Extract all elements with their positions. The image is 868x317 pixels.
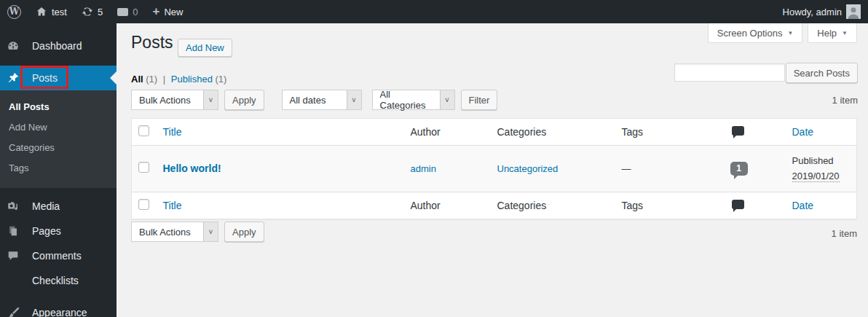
sidebar-item-posts[interactable]: Posts bbox=[0, 66, 117, 90]
bottom-tablenav: Bulk Actions ˅ Apply bbox=[131, 222, 264, 242]
post-views-filter: All (1) | Published (1) bbox=[131, 74, 226, 85]
apply-button[interactable]: Apply bbox=[224, 90, 264, 110]
add-new-button[interactable]: Add New bbox=[178, 39, 232, 57]
sidebar-item-dashboard[interactable]: Dashboard bbox=[0, 34, 117, 58]
search-posts-button[interactable]: Search Posts bbox=[786, 63, 858, 83]
table-header-row: Title Author Categories Tags Date bbox=[132, 119, 857, 146]
screen-options-tab[interactable]: Screen Options ▼ bbox=[708, 23, 803, 43]
bulk-actions-select[interactable]: Bulk Actions ˅ bbox=[131, 90, 218, 110]
submenu-item-label: Categories bbox=[9, 142, 55, 153]
appearance-brush-icon bbox=[6, 306, 20, 317]
admin-sidebar: Dashboard Posts All Posts Add New Catego… bbox=[0, 23, 117, 317]
page-title: Posts bbox=[131, 32, 173, 53]
view-all-link[interactable]: All bbox=[131, 74, 143, 85]
select-all-checkbox[interactable] bbox=[138, 125, 149, 136]
main-content: Screen Options ▼ Help ▼ Posts Add New Al… bbox=[117, 23, 868, 317]
sidebar-item-pages[interactable]: Pages bbox=[0, 219, 117, 243]
dashboard-gauge-icon bbox=[6, 39, 20, 52]
post-category-link[interactable]: Uncategorized bbox=[497, 163, 559, 174]
all-dates-value: All dates bbox=[283, 90, 347, 109]
submenu-item-label: Tags bbox=[9, 163, 28, 173]
posts-table-wrap: Title Author Categories Tags Date Hello … bbox=[131, 118, 857, 219]
howdy-label: Howdy, admin bbox=[783, 7, 842, 17]
posts-submenu: All Posts Add New Categories Tags bbox=[0, 90, 117, 188]
site-name-label: test bbox=[52, 7, 67, 17]
sort-title-footer[interactable]: Title bbox=[163, 200, 182, 211]
sidebar-item-label: Pages bbox=[32, 225, 61, 237]
search-input[interactable] bbox=[674, 63, 785, 82]
sidebar-item-label: Media bbox=[32, 200, 60, 212]
all-dates-select[interactable]: All dates ˅ bbox=[282, 90, 362, 110]
new-content-menu[interactable]: + New bbox=[145, 0, 190, 23]
views-separator: | bbox=[163, 74, 165, 85]
item-count-bottom: 1 item bbox=[832, 228, 857, 239]
site-name-menu[interactable]: test bbox=[28, 0, 74, 23]
updates-icon bbox=[82, 6, 93, 17]
my-account-menu[interactable]: Howdy, admin bbox=[776, 0, 868, 23]
avatar bbox=[846, 4, 861, 19]
pushpin-icon bbox=[6, 71, 20, 85]
comments-admin-menu[interactable]: 0 bbox=[110, 0, 145, 23]
sort-date-footer[interactable]: Date bbox=[792, 200, 814, 211]
view-all-count: (1) bbox=[146, 74, 157, 85]
plus-icon: + bbox=[152, 5, 159, 17]
select-chevron-icon: ˅ bbox=[203, 90, 218, 109]
select-chevron-icon: ˅ bbox=[440, 90, 454, 109]
bulk-actions-value: Bulk Actions bbox=[132, 90, 203, 109]
submenu-item-label: Add New bbox=[9, 122, 47, 133]
sidebar-item-label: Comments bbox=[32, 250, 82, 262]
sidebar-item-comments[interactable]: Comments bbox=[0, 243, 117, 268]
admin-bar-right: Howdy, admin bbox=[776, 0, 868, 23]
all-categories-select[interactable]: All Categories ˅ bbox=[372, 90, 455, 110]
screen-options-label: Screen Options bbox=[717, 28, 783, 39]
sidebar-item-label: Checklists bbox=[32, 275, 79, 286]
table-row: Hello world! admin Uncategorized — 1 Pub… bbox=[132, 146, 857, 192]
select-chevron-icon: ˅ bbox=[203, 222, 218, 241]
updates-menu[interactable]: 5 bbox=[74, 0, 110, 23]
post-title-link[interactable]: Hello world! bbox=[163, 163, 221, 174]
wordpress-logo-icon: W bbox=[7, 5, 21, 19]
post-status: Published bbox=[792, 153, 850, 168]
bulk-actions-select-bottom[interactable]: Bulk Actions ˅ bbox=[131, 222, 218, 242]
post-tags-value: — bbox=[622, 163, 631, 174]
media-camera-icon bbox=[6, 200, 20, 213]
chevron-down-icon: ▼ bbox=[842, 30, 848, 36]
meta-tabs: Screen Options ▼ Help ▼ bbox=[708, 23, 857, 43]
wordpress-logo-letter: W bbox=[9, 7, 19, 16]
table-footer-row: Title Author Categories Tags Date bbox=[132, 192, 857, 219]
post-author-link[interactable]: admin bbox=[411, 163, 436, 174]
apply-button-bottom[interactable]: Apply bbox=[224, 222, 264, 242]
comment-count: 0 bbox=[133, 7, 138, 17]
help-tab[interactable]: Help ▼ bbox=[808, 23, 857, 43]
sidebar-item-checklists[interactable]: Checklists bbox=[0, 268, 117, 293]
filter-button[interactable]: Filter bbox=[461, 90, 498, 110]
pages-icon bbox=[6, 224, 20, 238]
help-label: Help bbox=[817, 28, 837, 39]
sidebar-item-appearance[interactable]: Appearance bbox=[0, 300, 117, 317]
select-all-checkbox-bottom[interactable] bbox=[138, 199, 149, 210]
sidebar-item-label: Posts bbox=[32, 72, 58, 84]
sidebar-item-label: Appearance bbox=[32, 307, 87, 317]
submenu-item-all-posts[interactable]: All Posts bbox=[0, 96, 117, 117]
select-chevron-icon: ˅ bbox=[347, 90, 361, 109]
home-icon bbox=[36, 6, 47, 17]
categories-header: Categories bbox=[490, 119, 615, 146]
comments-column-icon bbox=[732, 126, 744, 136]
post-date: 2019/01/20 bbox=[792, 171, 840, 182]
posts-table: Title Author Categories Tags Date Hello … bbox=[131, 118, 857, 219]
row-checkbox[interactable] bbox=[138, 162, 149, 173]
sidebar-item-label: Dashboard bbox=[32, 40, 82, 52]
author-footer: Author bbox=[403, 192, 490, 219]
update-count: 5 bbox=[98, 7, 103, 17]
bulk-actions-value: Bulk Actions bbox=[132, 222, 203, 241]
sidebar-item-media[interactable]: Media bbox=[0, 194, 117, 219]
submenu-item-add-new[interactable]: Add New bbox=[0, 117, 117, 137]
comment-count-bubble[interactable]: 1 bbox=[730, 162, 748, 176]
sort-title-header[interactable]: Title bbox=[163, 126, 182, 138]
view-published-link[interactable]: Published bbox=[171, 74, 213, 85]
comments-column-icon bbox=[732, 200, 744, 209]
submenu-item-tags[interactable]: Tags bbox=[0, 157, 117, 178]
wp-logo-menu[interactable]: W bbox=[0, 0, 28, 23]
submenu-item-categories[interactable]: Categories bbox=[0, 137, 117, 157]
sort-date-header[interactable]: Date bbox=[792, 126, 814, 138]
